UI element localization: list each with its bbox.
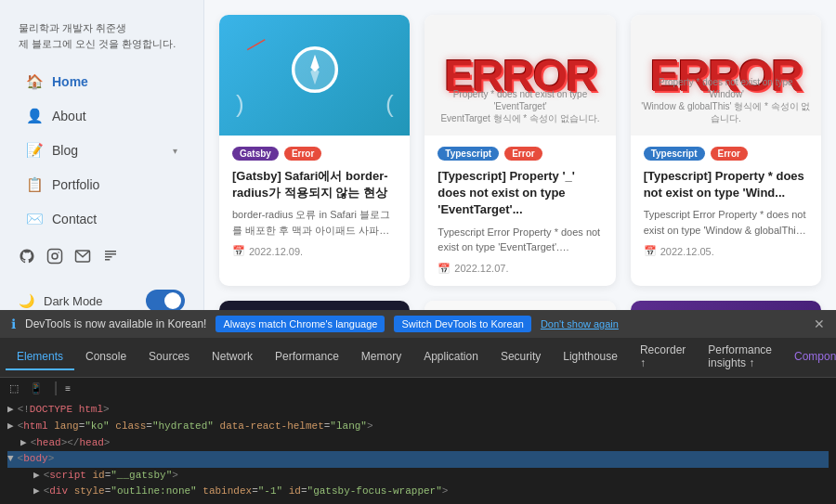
- card-excerpt: Typescript Error Property * does not exi…: [438, 225, 602, 255]
- sidebar-item-contact[interactable]: ✉️ Contact: [7, 202, 196, 236]
- error-thumb: ERROR Property * does not exist on type …: [631, 15, 821, 136]
- devtools-toolbar: ⬚ 📱 | ≡: [0, 378, 836, 398]
- tab-memory[interactable]: Memory: [350, 344, 412, 370]
- card-thumbnail: [631, 301, 821, 311]
- tab-performance[interactable]: Performance: [264, 344, 350, 370]
- github-icon[interactable]: [19, 248, 35, 269]
- devtools-device-button[interactable]: 📱: [26, 381, 46, 396]
- card-gatsby-markdown[interactable]: Gatsby MarkDown Custom [Gatsby] gatsby m…: [631, 301, 821, 311]
- card-thumbnail: ⚛ ❄ 📄: [219, 301, 410, 311]
- tab-elements[interactable]: Elements: [6, 344, 74, 370]
- instagram-icon[interactable]: [46, 248, 63, 269]
- sidebar-item-contact-label: Contact: [52, 212, 97, 226]
- code-line-div: ▶<div style="outline:none" tabindex="-1"…: [7, 484, 829, 500]
- card-excerpt: border-radius 오류 in Safari 블로그를 배포한 후 맥과…: [232, 207, 397, 238]
- cards-grid: — ) ) Gatsby Error [Gatsby] Safari에서 bor…: [204, 0, 836, 310]
- tab-application[interactable]: Application: [412, 344, 490, 370]
- sidebar-item-about[interactable]: 👤 About: [7, 99, 196, 133]
- card-body: Typescript Error [Typescript] Property *…: [631, 136, 821, 268]
- home-icon: 🏠: [26, 73, 43, 90]
- sidebar-profile: 물리학과 개발자 취준생 제 블로그에 오신 것을 환영합니다.: [0, 11, 203, 64]
- curve-right-icon: ): [385, 90, 394, 119]
- sidebar-item-portfolio-label: Portfolio: [52, 177, 99, 192]
- card-tags: Typescript Error: [644, 147, 808, 161]
- card-body: Typescript Error [Typescript] Property '…: [425, 136, 615, 286]
- sidebar-item-portfolio[interactable]: 📋 Portfolio: [7, 168, 196, 201]
- card-thumbnail: ERROR Property * does not exist on type …: [631, 15, 821, 136]
- card-ts-event-target[interactable]: ERROR Property * does not exist on type …: [425, 15, 615, 286]
- card-thumbnail: The Fastest Frontend for the Headless We…: [425, 301, 615, 311]
- card-date: 📅 2022.12.05.: [644, 245, 808, 257]
- svg-point-2: [58, 252, 59, 253]
- sidebar: 물리학과 개발자 취준생 제 블로그에 오신 것을 환영합니다. 🏠 Home …: [0, 0, 204, 310]
- profile-subtitle: 물리학과 개발자 취준생 제 블로그에 오신 것을 환영합니다.: [19, 20, 185, 51]
- calendar-icon: 📅: [438, 263, 451, 275]
- date-text: 2022.12.09.: [249, 246, 303, 257]
- calendar-icon: 📅: [644, 245, 657, 257]
- tab-network[interactable]: Network: [201, 344, 264, 370]
- notion-icon[interactable]: [102, 248, 119, 269]
- card-title: [Typescript] Property '_' does not exist…: [438, 168, 602, 219]
- svg-point-1: [52, 253, 58, 259]
- match-language-button[interactable]: Always match Chrome's language: [216, 316, 385, 332]
- safari-compass-icon: [289, 44, 341, 107]
- svg-rect-0: [48, 250, 62, 264]
- devtools-info-icon: ℹ: [11, 317, 16, 331]
- tab-components[interactable]: Components: [783, 344, 836, 370]
- card-gatsby-thumbnail[interactable]: The Fastest Frontend for the Headless We…: [425, 301, 615, 311]
- tag-error: Error: [504, 147, 542, 161]
- card-tags: Typescript Error: [438, 147, 602, 161]
- dont-show-link[interactable]: Don't show again: [541, 318, 619, 330]
- error-desc: Property * does not exist on type 'Windo…: [631, 72, 821, 128]
- tab-lighthouse[interactable]: Lighthouse: [552, 344, 629, 370]
- blog-icon: 📝: [26, 142, 43, 159]
- date-text: 2022.12.05.: [660, 246, 714, 257]
- sidebar-nav: 🏠 Home 👤 About 📝 Blog ▾ 📋 Portfolio ✉️ C…: [0, 64, 203, 237]
- tab-recorder[interactable]: Recorder ↑: [629, 338, 697, 377]
- devtools-inspect-button[interactable]: ⬚: [6, 381, 22, 396]
- curve-left-icon: ): [236, 90, 244, 119]
- tab-performance-insights[interactable]: Performance insights ↑: [697, 338, 783, 377]
- card-thumbnail: — ) ): [219, 15, 410, 136]
- code-line-script: ▶<script id="__gatsby">: [7, 468, 829, 485]
- tab-console[interactable]: Console: [74, 344, 137, 370]
- card-title: [Typescript] Property * does not exist o…: [644, 168, 808, 201]
- card-ts-window[interactable]: ERROR Property * does not exist on type …: [631, 15, 821, 286]
- tag-typescript: Typescript: [644, 147, 705, 161]
- card-excerpt: Typescript Error Property * does not exi…: [644, 207, 808, 238]
- contact-icon: ✉️: [26, 211, 43, 227]
- code-line-head: ▶<head></head>: [7, 435, 829, 452]
- sidebar-item-home[interactable]: 🏠 Home: [7, 65, 196, 98]
- tab-security[interactable]: Security: [490, 344, 552, 370]
- portfolio-icon: 📋: [26, 176, 43, 193]
- code-line-doctype: ▶<!DOCTYPE html>: [7, 402, 829, 419]
- card-atomic-design[interactable]: ⚛ ❄ 📄 React Design Pattern [React] 아토믹 디…: [219, 301, 410, 311]
- safari-thumb-content: — ) ): [219, 15, 410, 136]
- sidebar-item-blog-label: Blog: [52, 143, 78, 158]
- dark-mode-toggle[interactable]: [146, 290, 185, 310]
- email-icon[interactable]: [74, 248, 91, 269]
- tab-sources[interactable]: Sources: [137, 344, 201, 370]
- card-body: Gatsby Error [Gatsby] Safari에서 border-ra…: [219, 136, 410, 268]
- content-area: — ) ) Gatsby Error [Gatsby] Safari에서 bor…: [204, 0, 836, 310]
- error-thumb: ERROR Property * does not exist on type …: [425, 15, 615, 136]
- tag-error: Error: [711, 147, 748, 161]
- sidebar-item-about-label: About: [52, 109, 86, 123]
- toolbar-separator: |: [50, 380, 61, 396]
- devtools-notification-bar: ℹ DevTools is now available in Korean! A…: [0, 310, 836, 338]
- card-thumbnail: ERROR Property * does not exist on type …: [425, 15, 615, 136]
- tag-error: Error: [284, 147, 321, 161]
- social-links: [0, 237, 203, 280]
- dark-mode-label: Dark Mode: [44, 294, 103, 308]
- notification-close-button[interactable]: ✕: [814, 317, 825, 331]
- date-text: 2022.12.07.: [454, 263, 508, 274]
- sidebar-item-blog[interactable]: 📝 Blog ▾: [7, 134, 196, 167]
- card-safari-border-radius[interactable]: — ) ) Gatsby Error [Gatsby] Safari에서 bor…: [219, 15, 410, 286]
- moon-icon: 🌙: [19, 293, 34, 308]
- tag-typescript: Typescript: [438, 147, 499, 161]
- error-line-icon: —: [241, 28, 270, 59]
- switch-devtools-button[interactable]: Switch DevTools to Korean: [394, 316, 530, 332]
- dark-mode-section: 🌙 Dark Mode: [0, 280, 203, 310]
- chevron-down-icon: ▾: [173, 146, 177, 156]
- code-line-body-selected: ▼<body>: [7, 451, 829, 468]
